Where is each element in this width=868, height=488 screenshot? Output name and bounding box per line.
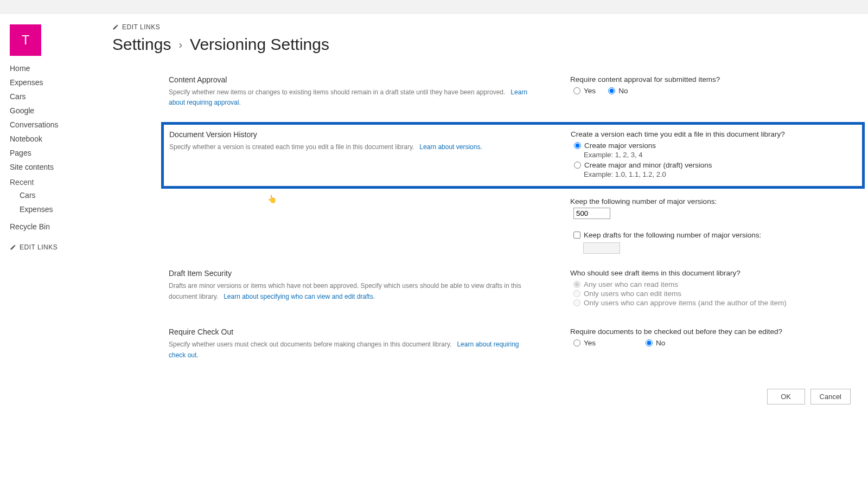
draft-read-label: Any user who can read items xyxy=(584,280,678,288)
nav-notebook[interactable]: Notebook xyxy=(10,132,105,146)
keep-drafts-input xyxy=(583,242,620,254)
main-content: EDIT LINKS Settings › Versioning Setting… xyxy=(110,24,856,404)
content-approval-desc: Specify whether new items or changes to … xyxy=(169,88,505,96)
sidebar: T Home Expenses Cars Google Conversation… xyxy=(10,24,110,404)
ok-button[interactable]: OK xyxy=(767,389,805,404)
page-title: Versioning Settings xyxy=(190,35,329,54)
nav-site-contents[interactable]: Site contents xyxy=(10,160,105,174)
content-approval-title: Content Approval xyxy=(169,75,538,84)
nav-recent-expenses[interactable]: Expenses xyxy=(10,202,105,216)
breadcrumb: Settings › Versioning Settings xyxy=(112,35,856,54)
nav-cars[interactable]: Cars xyxy=(10,89,105,104)
draft-edit-label: Only users who can edit items xyxy=(584,290,681,298)
content-approval-yes-label: Yes xyxy=(584,87,596,95)
draft-approve-radio xyxy=(573,299,580,306)
version-history-question: Create a version each time you edit a fi… xyxy=(571,130,856,138)
keep-drafts-label: Keep drafts for the following number of … xyxy=(584,231,761,239)
content-approval-no-radio[interactable] xyxy=(608,87,615,94)
edit-links-sidebar[interactable]: EDIT LINKS xyxy=(10,241,105,253)
nav-expenses[interactable]: Expenses xyxy=(10,75,105,89)
version-history-title: Document Version History xyxy=(169,130,538,139)
checkout-desc: Specify whether users must check out doc… xyxy=(169,341,451,348)
edit-links-top-label: EDIT LINKS xyxy=(122,23,160,31)
site-tile-letter: T xyxy=(22,33,30,48)
keep-major-input[interactable] xyxy=(573,208,610,219)
nav-google[interactable]: Google xyxy=(10,104,105,118)
draft-read-radio xyxy=(573,281,580,288)
checkout-no-radio[interactable] xyxy=(646,339,653,346)
breadcrumb-sep: › xyxy=(178,38,182,51)
major-versions-example: Example: 1, 2, 3, 4 xyxy=(571,151,856,159)
section-content-approval: Content Approval Specify whether new ite… xyxy=(169,68,856,120)
checkout-yes-label: Yes xyxy=(584,339,596,347)
draft-security-question: Who should see draft items in this docum… xyxy=(570,269,856,277)
learn-drafts-link[interactable]: Learn about specifying who can view and … xyxy=(224,293,375,300)
content-approval-no-label: No xyxy=(618,87,628,95)
section-draft-security: Draft Item Security Drafts are minor ver… xyxy=(169,261,856,320)
pencil-icon xyxy=(10,244,16,251)
version-history-desc: Specify whether a version is created eac… xyxy=(169,143,414,151)
nav-home[interactable]: Home xyxy=(10,61,105,75)
pencil-icon xyxy=(112,24,119,30)
draft-edit-radio xyxy=(573,290,580,297)
major-versions-radio[interactable] xyxy=(574,142,581,149)
nav-recent-cars[interactable]: Cars xyxy=(10,188,105,202)
edit-links-top[interactable]: EDIT LINKS xyxy=(112,21,856,33)
keep-versions-block: Keep the following number of major versi… xyxy=(169,191,856,261)
checkout-no-label: No xyxy=(656,339,665,347)
learn-versions-link[interactable]: Learn about versions. xyxy=(419,143,482,151)
keep-drafts-checkbox[interactable] xyxy=(573,232,580,239)
breadcrumb-root[interactable]: Settings xyxy=(112,35,171,54)
content-approval-question: Require content approval for submitted i… xyxy=(570,75,856,84)
draft-approve-label: Only users who can approve items (and th… xyxy=(584,299,787,307)
checkout-question: Require documents to be checked out befo… xyxy=(570,328,856,336)
quick-launch-nav: Home Expenses Cars Google Conversations … xyxy=(10,61,105,253)
nav-conversations[interactable]: Conversations xyxy=(10,118,105,132)
section-version-history: Document Version History Specify whether… xyxy=(161,122,865,189)
ribbon-bar xyxy=(0,0,868,14)
major-versions-label: Create major versions xyxy=(584,142,656,150)
minor-versions-example: Example: 1.0, 1.1, 1.2, 2.0 xyxy=(571,170,856,178)
checkout-title: Require Check Out xyxy=(169,328,538,336)
nav-recent-heading: Recent xyxy=(10,174,105,188)
checkout-yes-radio[interactable] xyxy=(573,339,580,346)
edit-links-sidebar-label: EDIT LINKS xyxy=(20,243,58,251)
draft-security-title: Draft Item Security xyxy=(169,269,538,278)
minor-versions-label: Create major and minor (draft) versions xyxy=(584,161,712,169)
section-checkout: Require Check Out Specify whether users … xyxy=(169,320,856,372)
nav-recycle-bin[interactable]: Recycle Bin xyxy=(10,220,105,234)
keep-major-label: Keep the following number of major versi… xyxy=(570,197,856,206)
nav-pages[interactable]: Pages xyxy=(10,146,105,160)
content-approval-yes-radio[interactable] xyxy=(573,87,580,94)
site-tile[interactable]: T xyxy=(10,24,41,56)
minor-versions-radio[interactable] xyxy=(574,162,581,169)
cancel-button[interactable]: Cancel xyxy=(810,389,851,404)
